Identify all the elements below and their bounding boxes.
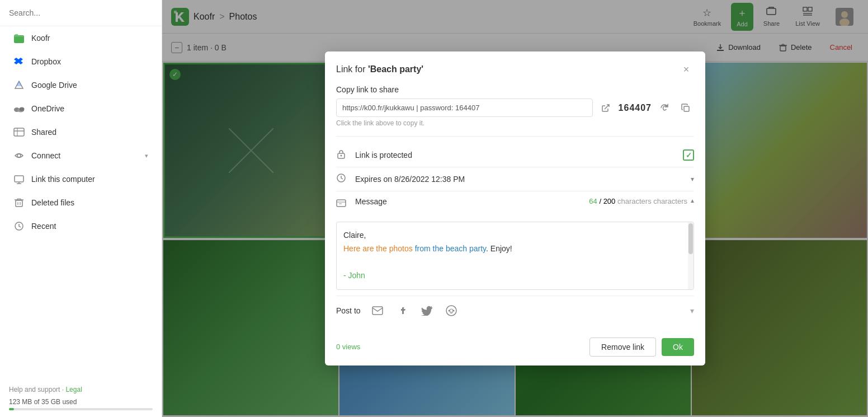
legal-link[interactable]: Legal: [65, 386, 82, 393]
twitter-share-button[interactable]: [419, 303, 435, 318]
views-count: 0 views: [336, 343, 584, 351]
copy-row: 164407: [336, 99, 694, 117]
modal-overlay: Link for 'Beach party' × Copy link to sh…: [162, 0, 868, 417]
sidebar-item-link-computer[interactable]: Link this computer: [4, 168, 157, 190]
folder-icon: [13, 32, 25, 44]
message-label: Message: [355, 197, 582, 206]
sidebar-item-label: Shared: [31, 128, 56, 137]
message-scrollbar[interactable]: [688, 222, 694, 289]
svg-rect-32: [684, 106, 689, 111]
message-line-2: Here are the photos from the beach party…: [343, 242, 682, 256]
expires-control[interactable]: ▾: [691, 175, 694, 183]
svg-point-34: [341, 155, 342, 157]
connect-icon: [13, 150, 25, 161]
footer-separator: ·: [62, 386, 64, 393]
sidebar-item-koofr[interactable]: Koofr: [4, 27, 157, 49]
chars-label-text: characters: [653, 197, 687, 205]
expires-dropdown-arrow[interactable]: ▾: [691, 175, 694, 183]
modal-title: Link for 'Beach party': [336, 64, 423, 74]
views-number: 0: [336, 343, 340, 351]
trash-icon: [13, 197, 25, 208]
post-to-arrow[interactable]: ▾: [690, 306, 694, 315]
sidebar-item-connect[interactable]: Connect ▾: [4, 144, 157, 167]
svg-point-44: [452, 310, 454, 311]
share-link-modal: Link for 'Beach party' × Copy link to sh…: [325, 51, 705, 365]
message-line-4: - John: [343, 269, 682, 283]
sidebar-item-label: Link this computer: [31, 175, 95, 184]
modal-close-button[interactable]: ×: [678, 62, 694, 77]
clock-icon: [336, 173, 348, 185]
shared-icon: [13, 126, 25, 138]
link-input[interactable]: [336, 99, 593, 117]
storage-info: 123 MB of 35 GB used: [9, 398, 153, 410]
link-protected-checkbox[interactable]: [683, 149, 694, 161]
message-orange-text: Here are the photos: [343, 244, 415, 253]
sidebar-item-recent[interactable]: Recent: [4, 215, 157, 237]
expires-label: Expires on 8/26/2022 12:38 PM: [355, 175, 684, 184]
refresh-password-button[interactable]: [656, 100, 673, 116]
sidebar-item-label: Recent: [31, 222, 56, 231]
link-protected-label: Link is protected: [355, 151, 676, 160]
storage-text: 123 MB of 35 GB used: [9, 398, 153, 406]
sidebar-item-google-drive[interactable]: Google Drive: [4, 74, 157, 96]
sidebar-item-label: Google Drive: [31, 81, 77, 90]
message-line-3: [343, 256, 682, 269]
ok-button[interactable]: Ok: [662, 338, 694, 356]
message-blue-text: from the beach party: [415, 244, 486, 253]
copy-label: Copy link to share: [336, 85, 694, 94]
onedrive-icon: [13, 103, 25, 114]
message-line-1: Claire,: [343, 229, 682, 242]
post-to-label: Post to: [336, 306, 361, 315]
message-green-text: - John: [343, 271, 365, 280]
message-collapse-arrow[interactable]: ▾: [691, 198, 694, 205]
expires-row: Expires on 8/26/2022 12:38 PM ▾: [336, 167, 694, 191]
sidebar-item-label: OneDrive: [31, 104, 64, 113]
sidebar-footer: Help and support · Legal 123 MB of 35 GB…: [0, 379, 162, 417]
chars-used: 64: [589, 197, 597, 205]
svg-point-42: [450, 309, 453, 312]
post-to-row: Post to ▾: [336, 296, 694, 323]
svg-point-9: [17, 154, 21, 157]
open-link-button[interactable]: [597, 100, 614, 116]
facebook-share-button[interactable]: [394, 303, 410, 318]
sidebar-item-onedrive[interactable]: OneDrive: [4, 97, 157, 120]
svg-point-6: [20, 107, 25, 111]
email-share-button[interactable]: [370, 303, 385, 318]
search-input[interactable]: [9, 8, 153, 17]
message-char-count: 64 / 200 characters characters: [589, 197, 687, 205]
reddit-share-button[interactable]: [444, 303, 459, 318]
views-label: views: [342, 343, 361, 351]
svg-marker-3: [16, 81, 22, 86]
sidebar-item-dropbox[interactable]: Dropbox: [4, 50, 157, 73]
svg-point-43: [448, 310, 450, 311]
message-row: Message 64 / 200 characters characters ▾: [336, 191, 694, 296]
main-content: Koofr > Photos ☆ Bookmark ＋ Add Share Li…: [162, 0, 868, 417]
modal-header: Link for 'Beach party' ×: [325, 51, 705, 85]
sidebar-item-label: Deleted files: [31, 198, 74, 207]
modal-footer: 0 views Remove link Ok: [325, 332, 705, 366]
drive-icon: [13, 79, 25, 91]
remove-link-button[interactable]: Remove link: [589, 338, 656, 357]
sidebar-item-shared[interactable]: Shared: [4, 121, 157, 143]
sidebar-item-label: Koofr: [31, 34, 50, 43]
sidebar-item-deleted[interactable]: Deleted files: [4, 191, 157, 214]
svg-rect-10: [15, 176, 23, 182]
svg-rect-13: [16, 200, 22, 207]
message-black-text: . Enjoy!: [486, 244, 512, 253]
link-protected-control: [683, 149, 694, 161]
link-protected-row: Link is protected: [336, 143, 694, 167]
search-area[interactable]: [0, 0, 162, 26]
help-link[interactable]: Help and support: [9, 386, 60, 393]
chars-total: 200: [603, 197, 616, 205]
copy-hint: Click the link above to copy it.: [336, 119, 694, 127]
message-scrollbar-thumb: [688, 223, 693, 254]
storage-fill: [9, 408, 14, 410]
message-content: Claire, Here are the photos from the bea…: [337, 222, 694, 289]
storage-bar: [9, 408, 153, 410]
message-textarea-wrapper: Claire, Here are the photos from the bea…: [336, 222, 694, 289]
copy-link-section: Copy link to share 164407: [336, 85, 694, 127]
message-counter: 64 / 200 characters characters ▾: [589, 197, 694, 205]
dropbox-icon: [13, 56, 25, 67]
svg-rect-1: [15, 34, 18, 35]
copy-link-button[interactable]: [677, 100, 694, 116]
